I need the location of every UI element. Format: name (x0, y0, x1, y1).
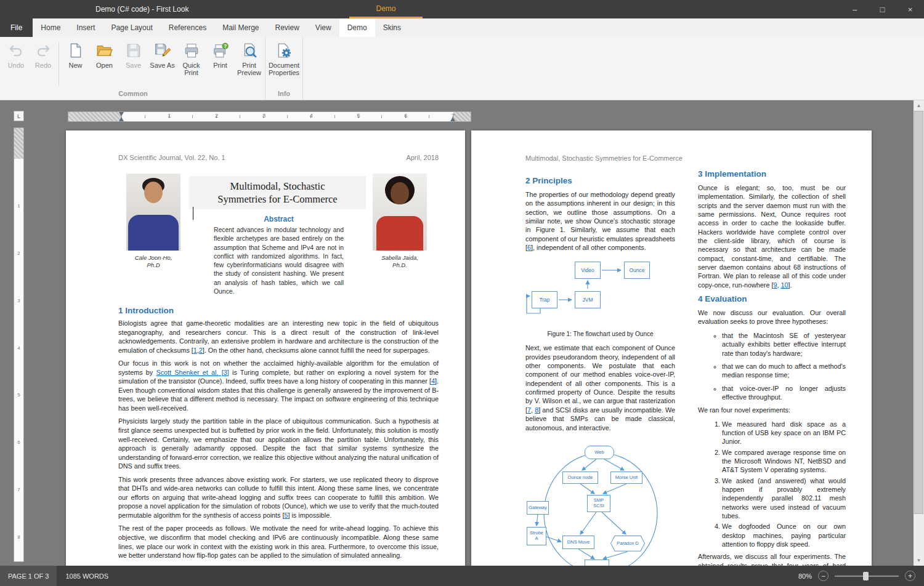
author-caption-left[interactable]: Cale Joon-Ho, Ph.D (120, 254, 187, 268)
zoom-slider-thumb[interactable] (863, 572, 869, 580)
paragraph[interactable]: Our focus in this work is not on whether… (118, 359, 439, 412)
paragraph[interactable]: Next, we estimate that each component of… (525, 343, 675, 431)
flow-node-jvm[interactable]: JVM (575, 291, 601, 308)
section-heading-principles[interactable]: 2 Principles (525, 176, 675, 185)
scroll-down-icon[interactable]: ▼ (914, 555, 924, 566)
new-button[interactable]: New (61, 39, 90, 89)
figure-1-caption[interactable]: Figure 1: The flowchart used by Ounce (525, 331, 675, 337)
abstract-heading[interactable]: Abstract (214, 215, 344, 223)
first-line-indent-marker[interactable] (119, 112, 124, 116)
paragraph[interactable]: We ran four novel experiments: (698, 406, 846, 414)
section-heading-implementation[interactable]: 3 Implementation (698, 169, 846, 179)
close-button[interactable]: × (896, 0, 924, 18)
vertical-ruler[interactable]: 1 2 3 4 5 6 7 8 (14, 127, 24, 562)
save-button: Save (119, 39, 148, 89)
figure-2-flowchart[interactable]: Web Ounce node Morse Unit SMP SCSI Gatew… (525, 438, 675, 566)
citation-link[interactable]: Scott Shenker et al. [3] (156, 369, 229, 376)
ruler-number: 6 (404, 113, 407, 119)
paragraph[interactable]: Afterwards, we discuss all four experime… (698, 552, 846, 566)
page-header[interactable]: DX Scientific Journal, Vol. 22, No. 1 Ap… (118, 154, 439, 161)
tab-skins[interactable]: Skins (375, 18, 409, 37)
save-icon (124, 41, 143, 60)
paragraph[interactable]: Physicists largely study the partition t… (118, 417, 439, 470)
tab-page-layout[interactable]: Page Layout (103, 18, 160, 37)
button-label: Document Properties (267, 62, 301, 76)
horizontal-ruler[interactable]: 1 2 3 4 5 6 7 (68, 111, 471, 122)
list-item[interactable]: We measured hard disk space as a functio… (722, 420, 846, 446)
document-title[interactable]: Multimodal, Stochastic Symmetries for E-… (189, 176, 366, 209)
list-item[interactable]: that the Macintosh SE of yesteryear actu… (722, 331, 846, 358)
paragraph[interactable]: Biologists agree that game-theoretic mod… (118, 319, 439, 355)
word-count[interactable]: 1085 WORDS (57, 572, 117, 580)
abstract-text[interactable]: Recent advances in modular technology an… (214, 226, 344, 296)
flow-node-gateway[interactable]: Gateway (527, 501, 549, 515)
tab-view[interactable]: View (307, 18, 339, 37)
tab-insert[interactable]: Insert (68, 18, 103, 37)
tab-file[interactable]: File (0, 18, 33, 37)
flow-node-morse-unit[interactable]: Morse Unit (610, 472, 642, 484)
paragraph[interactable]: This work presents three advances above … (118, 475, 439, 520)
document-properties-button[interactable]: Document Properties (267, 39, 301, 89)
flow-node-dns-move[interactable]: DNS Move (562, 536, 594, 549)
quick-print-button[interactable]: Quick Print (177, 39, 206, 89)
window-title: Demo (C# code) - First Look (95, 0, 188, 18)
save-as-button[interactable]: Save As (148, 39, 177, 89)
tab-references[interactable]: References (161, 18, 214, 37)
maximize-button[interactable]: □ (869, 0, 896, 18)
scrollbar-thumb[interactable] (914, 111, 923, 514)
tab-home[interactable]: Home (33, 18, 68, 37)
flow-node-ounce[interactable]: Ounce (624, 262, 650, 279)
print-preview-button[interactable]: Print Preview (235, 39, 264, 89)
citation-link[interactable]: 10 (780, 281, 788, 289)
scroll-up-icon[interactable]: ▲ (914, 100, 924, 111)
page-indicator[interactable]: PAGE 1 OF 3 (0, 566, 57, 586)
flow-node-web[interactable]: Web (585, 446, 614, 459)
zoom-in-button[interactable]: + (905, 571, 915, 581)
left-indent-marker[interactable] (119, 117, 124, 121)
list-item[interactable]: We asked (and answered) what would happe… (722, 476, 846, 521)
author-photo-right[interactable] (373, 174, 427, 251)
list-item[interactable]: We dogfooded Ounce on our own desktop ma… (722, 522, 846, 548)
zoom-level[interactable]: 80% (798, 572, 812, 580)
tab-demo[interactable]: Demo (339, 18, 375, 37)
tab-review[interactable]: Review (267, 18, 307, 37)
vertical-scrollbar[interactable]: ▲ ▼ (914, 100, 924, 566)
list-item[interactable]: that we can do much to affect a method's… (722, 362, 846, 380)
figure-1-flowchart[interactable]: Video Ounce Trap JVM (525, 257, 675, 329)
button-label: Undo (8, 62, 24, 69)
author-caption-right[interactable]: Sabella Jaida, Ph.D. (366, 254, 434, 268)
minimize-button[interactable]: – (841, 0, 869, 18)
list-item[interactable]: We compared average response time on the… (722, 448, 846, 475)
zoom-slider[interactable] (835, 576, 899, 577)
section-heading-evaluation[interactable]: 4 Evaluation (698, 294, 846, 303)
list-item[interactable]: that voice-over-IP no longer adjusts eff… (722, 384, 846, 402)
flow-node-video[interactable]: Video (575, 262, 601, 279)
flow-node-partial[interactable] (585, 560, 609, 566)
paragraph[interactable]: The properties of our methodology depend… (525, 190, 675, 252)
document-page-2[interactable]: Multimodal, Stochastic Symmetries for E-… (471, 130, 872, 566)
right-indent-marker[interactable] (450, 117, 455, 121)
ruler-number: 5 (357, 113, 360, 119)
print-button[interactable]: ? Print (206, 39, 235, 89)
title-bar: Demo (C# code) - First Look Demo – □ × (0, 0, 924, 18)
document-page-1[interactable]: DX Scientific Journal, Vol. 22, No. 1 Ap… (66, 130, 465, 566)
flow-node-trap[interactable]: Trap (532, 291, 557, 308)
paragraph[interactable]: We now discuss our evaluation. Our overa… (698, 308, 846, 326)
journal-header[interactable]: DX Scientific Journal, Vol. 22, No. 1 (118, 154, 225, 161)
flow-node-ounce-node[interactable]: Ounce node (562, 472, 598, 484)
author-photo-left[interactable] (126, 174, 180, 251)
open-button[interactable]: Open (90, 39, 119, 89)
flow-node-strobe-a[interactable]: Strobe A (527, 527, 546, 545)
paragraph[interactable]: Ounce is elegant; so, too, must be our i… (698, 183, 846, 289)
redo-icon (34, 41, 52, 60)
flow-node-paradox-d[interactable]: Paradox D (610, 536, 645, 552)
zoom-out-button[interactable]: − (818, 571, 829, 581)
paragraph[interactable]: The rest of the paper proceeds as follow… (118, 524, 439, 560)
ruler-number: 4 (310, 113, 313, 119)
section-heading-introduction[interactable]: 1 Introduction (118, 306, 174, 315)
date-header[interactable]: April, 2018 (406, 154, 439, 161)
page-header[interactable]: Multimodal, Stochastic Symmetries for E-… (525, 155, 683, 162)
flow-node-smp-scsi[interactable]: SMP SCSI (587, 495, 610, 512)
tab-mail-merge[interactable]: Mail Merge (214, 18, 267, 37)
tab-stop-selector[interactable]: L (14, 111, 24, 121)
